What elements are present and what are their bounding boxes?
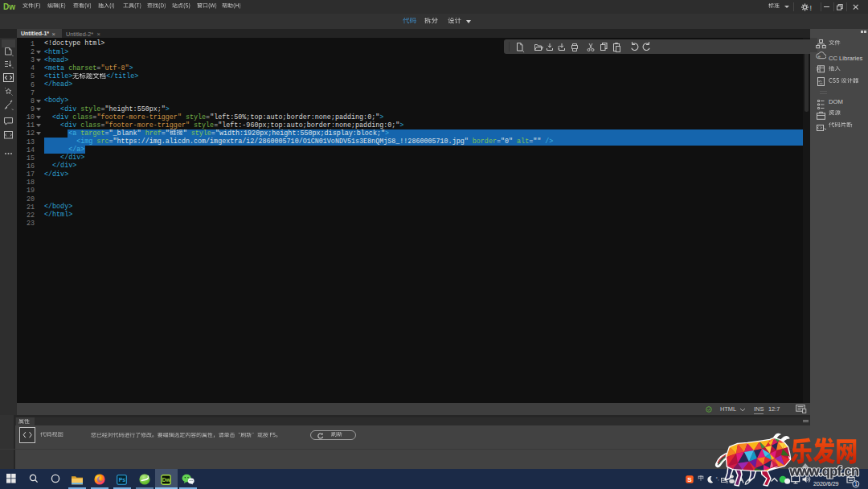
svg-text:1: 1 (854, 481, 858, 487)
svg-text:Dw: Dw (162, 477, 170, 483)
svg-text:S: S (687, 476, 692, 483)
svg-text:e: e (818, 54, 821, 59)
svg-text:!: ! (810, 4, 813, 12)
svg-text:Ps: Ps (119, 477, 126, 483)
